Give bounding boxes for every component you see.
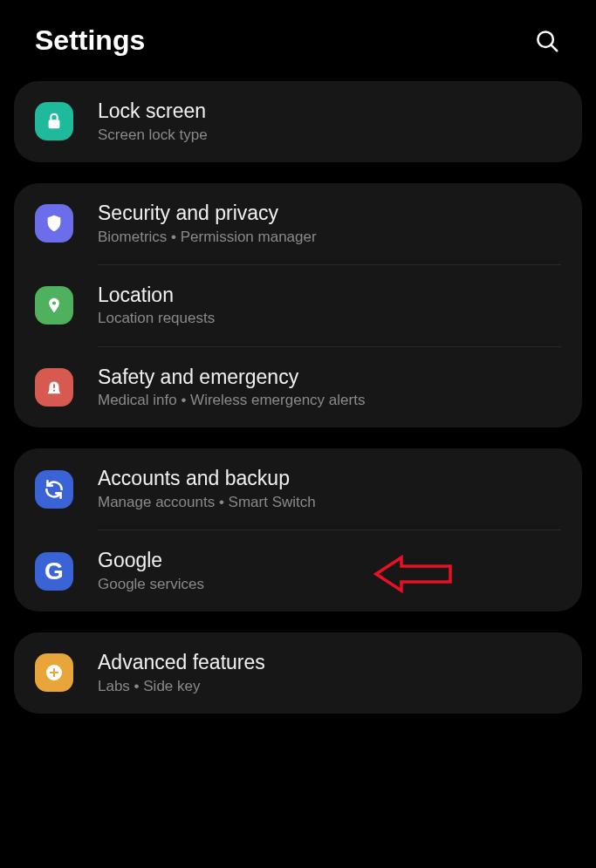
row-text: Lock screen Screen lock type bbox=[98, 99, 561, 145]
settings-group-security: Security and privacy Biometrics • Permis… bbox=[14, 183, 582, 428]
item-title: Location bbox=[98, 283, 561, 308]
header: Settings bbox=[0, 0, 596, 81]
item-title: Security and privacy bbox=[98, 201, 561, 226]
item-subtitle: Biometrics • Permission manager bbox=[98, 228, 561, 247]
advanced-gear-icon bbox=[35, 653, 73, 692]
shield-icon bbox=[35, 204, 73, 243]
settings-item-security-privacy[interactable]: Security and privacy Biometrics • Permis… bbox=[14, 183, 582, 264]
item-subtitle: Labs • Side key bbox=[98, 677, 561, 696]
settings-group-accounts: Accounts and backup Manage accounts • Sm… bbox=[14, 448, 582, 612]
item-subtitle: Location requests bbox=[98, 309, 561, 328]
settings-item-google[interactable]: G Google Google services bbox=[14, 530, 582, 612]
item-subtitle: Google services bbox=[98, 575, 561, 594]
row-text: Security and privacy Biometrics • Permis… bbox=[98, 201, 561, 247]
settings-item-safety-emergency[interactable]: Safety and emergency Medical info • Wire… bbox=[14, 347, 582, 428]
item-title: Google bbox=[98, 548, 561, 573]
svg-rect-8 bbox=[50, 672, 58, 673]
emergency-icon bbox=[35, 368, 73, 407]
item-subtitle: Manage accounts • Smart Switch bbox=[98, 493, 561, 512]
row-text: Location Location requests bbox=[98, 283, 561, 329]
svg-rect-2 bbox=[49, 120, 60, 129]
settings-item-lock-screen[interactable]: Lock screen Screen lock type bbox=[14, 81, 582, 162]
sync-icon bbox=[35, 470, 73, 509]
svg-rect-5 bbox=[53, 390, 55, 392]
lock-icon bbox=[35, 102, 73, 140]
item-title: Safety and emergency bbox=[98, 365, 561, 390]
item-title: Lock screen bbox=[98, 99, 561, 124]
page-title: Settings bbox=[35, 24, 145, 57]
search-icon bbox=[534, 28, 560, 54]
svg-rect-4 bbox=[53, 384, 55, 388]
row-text: Google Google services bbox=[98, 548, 561, 594]
item-title: Advanced features bbox=[98, 650, 561, 675]
settings-group-advanced: Advanced features Labs • Side key bbox=[14, 632, 582, 714]
row-text: Accounts and backup Manage accounts • Sm… bbox=[98, 466, 561, 512]
item-subtitle: Screen lock type bbox=[98, 126, 561, 145]
google-icon: G bbox=[35, 552, 73, 591]
svg-line-1 bbox=[551, 44, 557, 51]
settings-item-advanced-features[interactable]: Advanced features Labs • Side key bbox=[14, 632, 582, 714]
search-button[interactable] bbox=[533, 27, 561, 55]
settings-item-accounts-backup[interactable]: Accounts and backup Manage accounts • Sm… bbox=[14, 448, 582, 530]
item-subtitle: Medical info • Wireless emergency alerts bbox=[98, 391, 561, 410]
row-text: Advanced features Labs • Side key bbox=[98, 650, 561, 696]
settings-item-location[interactable]: Location Location requests bbox=[14, 265, 582, 346]
row-text: Safety and emergency Medical info • Wire… bbox=[98, 365, 561, 411]
location-pin-icon bbox=[35, 286, 73, 325]
svg-point-3 bbox=[52, 302, 56, 305]
settings-group-lock: Lock screen Screen lock type bbox=[14, 81, 582, 162]
item-title: Accounts and backup bbox=[98, 466, 561, 491]
